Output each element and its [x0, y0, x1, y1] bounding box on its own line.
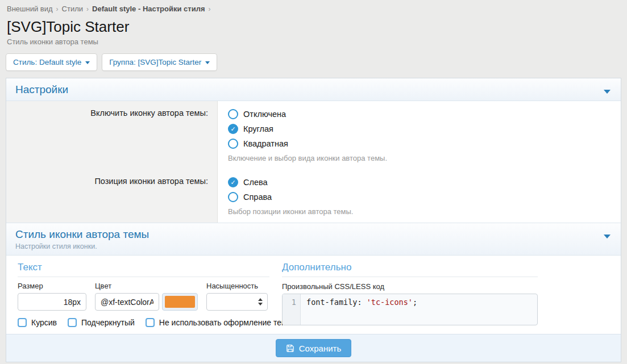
filter-toolbar: Стиль: Default style Группа: [SVG]Topic …: [6, 53, 621, 71]
radio-option-round[interactable]: ✓ Круглая: [228, 122, 611, 136]
radio-checked-icon[interactable]: ✓: [228, 124, 238, 134]
radio-label: Квадратная: [243, 139, 288, 148]
extra-group: Дополнительно Произвольный CSS/LESS код …: [282, 262, 538, 327]
radio-icon[interactable]: [228, 109, 238, 119]
code-token-punct: :: [357, 298, 366, 307]
checkbox-label: Не использовать оформление текста: [159, 318, 297, 327]
radio-option-right[interactable]: Справа: [228, 190, 611, 204]
radio-option-left[interactable]: ✓ Слева: [228, 175, 611, 190]
select-arrows-icon: [258, 298, 263, 306]
checkbox-italic[interactable]: Курсив: [18, 318, 57, 327]
code-token-property: font-family: [306, 298, 357, 307]
breadcrumb-link-appearance[interactable]: Внешний вид: [7, 5, 53, 13]
code-token-punct: ;: [413, 298, 417, 307]
code-editor-label: Произвольный CSS/LESS код: [282, 282, 538, 291]
code-gutter: 1: [283, 294, 301, 325]
save-button-label: Сохранить: [299, 344, 342, 353]
save-button[interactable]: Сохранить: [276, 339, 352, 357]
collapse-arrow-icon[interactable]: [604, 90, 611, 94]
form-row-icon-position: Позиция иконки автора темы: ✓ Слева Спра…: [6, 169, 621, 223]
field-control: Отключена ✓ Круглая Квадратная Включение…: [218, 101, 621, 169]
size-label: Размер: [18, 282, 86, 290]
page-title: [SVG]Topic Starter: [7, 18, 620, 36]
chevron-down-icon: [205, 61, 210, 64]
section-header-settings: Настройки: [6, 78, 621, 101]
breadcrumb-separator: ›: [209, 5, 211, 13]
submit-bar: Сохранить: [6, 334, 621, 362]
icon-style-body: Текст Размер Цвет: [6, 256, 621, 334]
radio-option-disabled[interactable]: Отключена: [228, 107, 611, 122]
radio-label: Слева: [243, 178, 268, 187]
breadcrumb-separator: ›: [56, 5, 59, 13]
radio-label: Круглая: [243, 124, 273, 133]
css-code-editor[interactable]: 1 font-family: 'tc-icons';: [282, 294, 538, 325]
weight-field: Насыщенность: [206, 282, 268, 311]
checkbox-underline[interactable]: Подчеркнутый: [68, 318, 135, 327]
field-hint: Включение и выбор вида иконки автора тем…: [228, 154, 611, 162]
checkbox-icon[interactable]: [68, 318, 77, 327]
radio-checked-icon[interactable]: ✓: [228, 177, 238, 187]
text-fields-row: Размер Цвет Насыщенность: [18, 282, 269, 311]
extra-group-title: Дополнительно: [282, 262, 538, 277]
radio-icon[interactable]: [228, 139, 238, 149]
style-dropdown-label: Стиль: Default style: [13, 58, 81, 66]
checkbox-no-text-decoration[interactable]: Не использовать оформление текста: [146, 318, 297, 327]
style-dropdown-button[interactable]: Стиль: Default style: [6, 53, 97, 71]
checkbox-label: Курсив: [31, 318, 57, 327]
radio-label: Отключена: [243, 110, 286, 119]
code-area[interactable]: font-family: 'tc-icons';: [301, 294, 537, 325]
code-token-string: 'tc-icons': [367, 298, 413, 307]
line-number: 1: [292, 298, 296, 307]
text-style-checkboxes: Курсив Подчеркнутый Не использовать офор…: [18, 318, 269, 327]
group-dropdown-button[interactable]: Группа: [SVG]Topic Starter: [102, 53, 217, 71]
breadcrumb: Внешний вид›Стили›Default style - Настро…: [6, 3, 621, 13]
text-group: Текст Размер Цвет: [18, 262, 269, 327]
section-title: Настройки: [15, 83, 612, 96]
weight-select[interactable]: [206, 293, 268, 311]
checkbox-label: Подчеркнутый: [81, 318, 135, 327]
field-label: Включить иконку автора темы:: [6, 101, 218, 169]
color-label: Цвет: [95, 282, 198, 290]
field-control: ✓ Слева Справа Выбор позиции иконки авто…: [218, 169, 621, 223]
breadcrumb-link-styles[interactable]: Стили: [62, 5, 83, 13]
settings-block: Настройки Включить иконку автора темы: О…: [6, 78, 621, 362]
radio-icon[interactable]: [228, 192, 238, 202]
radio-option-square[interactable]: Квадратная: [228, 136, 611, 151]
checkbox-icon[interactable]: [18, 318, 27, 327]
save-floppy-icon: [286, 344, 294, 353]
color-swatch: [165, 296, 195, 308]
collapse-arrow-icon[interactable]: [604, 235, 611, 239]
section-subtitle: Настройки стиля иконки.: [15, 242, 612, 250]
color-field: Цвет: [95, 282, 198, 311]
weight-label: Насыщенность: [206, 282, 268, 290]
form-row-enable-icon: Включить иконку автора темы: Отключена ✓…: [6, 101, 621, 169]
page-subtitle: Стиль иконки автора темы: [7, 37, 620, 46]
field-label: Позиция иконки автора темы:: [6, 169, 218, 223]
text-group-title: Текст: [18, 262, 269, 277]
size-field: Размер: [18, 282, 86, 311]
size-input[interactable]: [18, 293, 86, 311]
field-hint: Выбор позиции иконки автора темы.: [228, 207, 611, 216]
admin-page: Внешний вид›Стили›Default style - Настро…: [0, 0, 627, 362]
color-picker-button[interactable]: [162, 293, 198, 311]
breadcrumb-link-style-properties[interactable]: Default style - Настройки стиля: [92, 5, 205, 13]
section-title: Стиль иконки автора темы: [15, 228, 612, 241]
radio-label: Справа: [243, 193, 272, 202]
group-dropdown-label: Группа: [SVG]Topic Starter: [109, 58, 201, 66]
section-header-icon-style: Стиль иконки автора темы Настройки стиля…: [6, 223, 621, 256]
color-composite: [95, 293, 198, 311]
breadcrumb-separator: ›: [86, 5, 89, 13]
checkbox-icon[interactable]: [146, 318, 155, 327]
color-input[interactable]: [95, 293, 159, 311]
chevron-down-icon: [85, 61, 90, 64]
